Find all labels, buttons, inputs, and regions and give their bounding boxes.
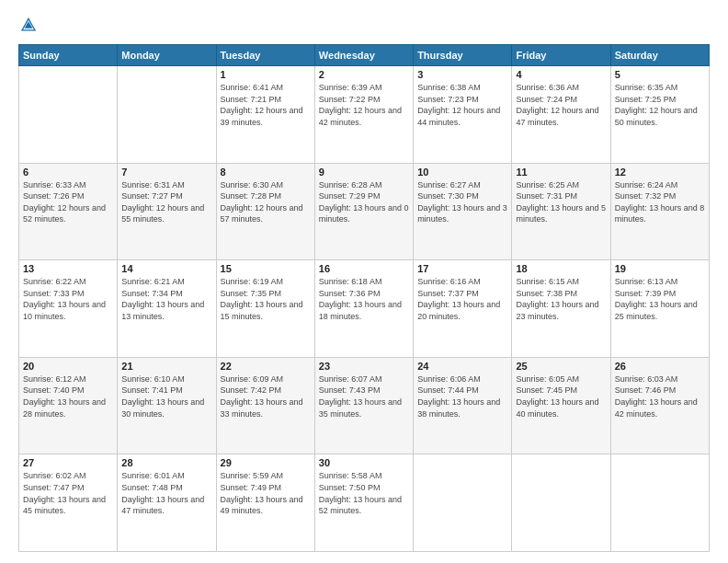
day-number: 22 <box>221 361 311 372</box>
calendar-cell <box>610 454 709 552</box>
day-number: 2 <box>319 69 409 80</box>
day-number: 21 <box>121 361 211 372</box>
day-info: Sunrise: 6:16 AM Sunset: 7:37 PM Dayligh… <box>417 276 507 322</box>
day-number: 26 <box>615 361 705 372</box>
calendar-cell: 24Sunrise: 6:06 AM Sunset: 7:44 PM Dayli… <box>414 357 512 454</box>
day-info: Sunrise: 6:25 AM Sunset: 7:31 PM Dayligh… <box>516 179 606 225</box>
day-info: Sunrise: 6:07 AM Sunset: 7:43 PM Dayligh… <box>319 373 409 419</box>
calendar-cell: 13Sunrise: 6:22 AM Sunset: 7:33 PM Dayli… <box>19 260 118 358</box>
calendar-cell: 18Sunrise: 6:15 AM Sunset: 7:38 PM Dayli… <box>512 260 610 358</box>
day-number: 15 <box>221 263 311 274</box>
logo-icon <box>18 15 39 35</box>
day-info: Sunrise: 6:28 AM Sunset: 7:29 PM Dayligh… <box>319 179 409 225</box>
calendar-cell: 28Sunrise: 6:01 AM Sunset: 7:48 PM Dayli… <box>118 454 216 552</box>
day-number: 4 <box>516 69 606 80</box>
calendar-week-1: 1Sunrise: 6:41 AM Sunset: 7:21 PM Daylig… <box>19 66 710 164</box>
day-info: Sunrise: 6:21 AM Sunset: 7:34 PM Dayligh… <box>121 276 211 322</box>
col-tuesday: Tuesday <box>216 45 314 66</box>
day-info: Sunrise: 6:24 AM Sunset: 7:32 PM Dayligh… <box>615 179 705 225</box>
calendar-cell <box>118 66 216 164</box>
day-number: 27 <box>23 457 113 468</box>
logo <box>18 15 42 35</box>
day-number: 6 <box>23 167 113 178</box>
calendar-cell: 15Sunrise: 6:19 AM Sunset: 7:35 PM Dayli… <box>216 260 314 358</box>
calendar-cell: 8Sunrise: 6:30 AM Sunset: 7:28 PM Daylig… <box>216 163 314 260</box>
day-info: Sunrise: 6:41 AM Sunset: 7:21 PM Dayligh… <box>221 82 311 128</box>
calendar-cell: 3Sunrise: 6:38 AM Sunset: 7:23 PM Daylig… <box>414 66 512 164</box>
calendar-week-4: 20Sunrise: 6:12 AM Sunset: 7:40 PM Dayli… <box>19 357 710 454</box>
day-info: Sunrise: 6:36 AM Sunset: 7:24 PM Dayligh… <box>516 82 606 128</box>
day-number: 20 <box>23 361 113 372</box>
calendar-cell <box>512 454 610 552</box>
calendar-header-row: Sunday Monday Tuesday Wednesday Thursday… <box>19 45 710 66</box>
day-number: 7 <box>121 167 211 178</box>
day-number: 9 <box>319 167 409 178</box>
day-number: 28 <box>121 457 211 468</box>
day-number: 19 <box>615 263 705 274</box>
calendar-cell: 21Sunrise: 6:10 AM Sunset: 7:41 PM Dayli… <box>118 357 216 454</box>
day-info: Sunrise: 6:35 AM Sunset: 7:25 PM Dayligh… <box>615 82 705 128</box>
calendar-week-2: 6Sunrise: 6:33 AM Sunset: 7:26 PM Daylig… <box>19 163 710 260</box>
calendar-cell <box>19 66 118 164</box>
day-info: Sunrise: 6:03 AM Sunset: 7:46 PM Dayligh… <box>615 373 705 419</box>
calendar-cell: 1Sunrise: 6:41 AM Sunset: 7:21 PM Daylig… <box>216 66 314 164</box>
day-number: 30 <box>319 457 409 468</box>
day-info: Sunrise: 5:58 AM Sunset: 7:50 PM Dayligh… <box>319 470 409 516</box>
day-info: Sunrise: 6:30 AM Sunset: 7:28 PM Dayligh… <box>221 179 311 225</box>
calendar-cell: 27Sunrise: 6:02 AM Sunset: 7:47 PM Dayli… <box>19 454 118 552</box>
calendar-cell: 16Sunrise: 6:18 AM Sunset: 7:36 PM Dayli… <box>314 260 413 358</box>
calendar-cell: 12Sunrise: 6:24 AM Sunset: 7:32 PM Dayli… <box>610 163 709 260</box>
calendar-cell: 19Sunrise: 6:13 AM Sunset: 7:39 PM Dayli… <box>610 260 709 358</box>
calendar-cell: 2Sunrise: 6:39 AM Sunset: 7:22 PM Daylig… <box>314 66 413 164</box>
calendar-cell: 6Sunrise: 6:33 AM Sunset: 7:26 PM Daylig… <box>19 163 118 260</box>
calendar-cell: 14Sunrise: 6:21 AM Sunset: 7:34 PM Dayli… <box>118 260 216 358</box>
calendar-table: Sunday Monday Tuesday Wednesday Thursday… <box>18 44 710 552</box>
calendar-cell: 29Sunrise: 5:59 AM Sunset: 7:49 PM Dayli… <box>216 454 314 552</box>
page: Sunday Monday Tuesday Wednesday Thursday… <box>0 0 728 563</box>
calendar-cell <box>414 454 512 552</box>
col-friday: Friday <box>512 45 610 66</box>
col-saturday: Saturday <box>610 45 709 66</box>
calendar-cell: 25Sunrise: 6:05 AM Sunset: 7:45 PM Dayli… <box>512 357 610 454</box>
calendar-cell: 7Sunrise: 6:31 AM Sunset: 7:27 PM Daylig… <box>118 163 216 260</box>
day-number: 3 <box>417 69 507 80</box>
calendar-cell: 10Sunrise: 6:27 AM Sunset: 7:30 PM Dayli… <box>414 163 512 260</box>
calendar-cell: 5Sunrise: 6:35 AM Sunset: 7:25 PM Daylig… <box>610 66 709 164</box>
calendar-week-5: 27Sunrise: 6:02 AM Sunset: 7:47 PM Dayli… <box>19 454 710 552</box>
day-number: 10 <box>417 167 507 178</box>
day-info: Sunrise: 6:10 AM Sunset: 7:41 PM Dayligh… <box>121 373 211 419</box>
day-info: Sunrise: 6:22 AM Sunset: 7:33 PM Dayligh… <box>23 276 113 322</box>
col-monday: Monday <box>118 45 216 66</box>
day-info: Sunrise: 6:38 AM Sunset: 7:23 PM Dayligh… <box>417 82 507 128</box>
calendar-cell: 11Sunrise: 6:25 AM Sunset: 7:31 PM Dayli… <box>512 163 610 260</box>
day-number: 11 <box>516 167 606 178</box>
col-thursday: Thursday <box>414 45 512 66</box>
day-number: 1 <box>221 69 311 80</box>
day-info: Sunrise: 6:18 AM Sunset: 7:36 PM Dayligh… <box>319 276 409 322</box>
calendar-week-3: 13Sunrise: 6:22 AM Sunset: 7:33 PM Dayli… <box>19 260 710 358</box>
day-info: Sunrise: 6:27 AM Sunset: 7:30 PM Dayligh… <box>417 179 507 225</box>
calendar-cell: 17Sunrise: 6:16 AM Sunset: 7:37 PM Dayli… <box>414 260 512 358</box>
day-number: 8 <box>221 167 311 178</box>
day-number: 25 <box>516 361 606 372</box>
day-number: 17 <box>417 263 507 274</box>
header <box>18 15 710 35</box>
calendar-cell: 9Sunrise: 6:28 AM Sunset: 7:29 PM Daylig… <box>314 163 413 260</box>
calendar-cell: 4Sunrise: 6:36 AM Sunset: 7:24 PM Daylig… <box>512 66 610 164</box>
day-number: 18 <box>516 263 606 274</box>
col-wednesday: Wednesday <box>314 45 413 66</box>
day-number: 12 <box>615 167 705 178</box>
day-info: Sunrise: 6:05 AM Sunset: 7:45 PM Dayligh… <box>516 373 606 419</box>
calendar-cell: 26Sunrise: 6:03 AM Sunset: 7:46 PM Dayli… <box>610 357 709 454</box>
day-info: Sunrise: 6:15 AM Sunset: 7:38 PM Dayligh… <box>516 276 606 322</box>
day-number: 29 <box>221 457 311 468</box>
day-number: 14 <box>121 263 211 274</box>
day-info: Sunrise: 6:13 AM Sunset: 7:39 PM Dayligh… <box>615 276 705 322</box>
day-info: Sunrise: 6:06 AM Sunset: 7:44 PM Dayligh… <box>417 373 507 419</box>
day-info: Sunrise: 5:59 AM Sunset: 7:49 PM Dayligh… <box>221 470 311 516</box>
day-number: 16 <box>319 263 409 274</box>
day-number: 23 <box>319 361 409 372</box>
day-info: Sunrise: 6:02 AM Sunset: 7:47 PM Dayligh… <box>23 470 113 516</box>
day-info: Sunrise: 6:31 AM Sunset: 7:27 PM Dayligh… <box>121 179 211 225</box>
day-info: Sunrise: 6:12 AM Sunset: 7:40 PM Dayligh… <box>23 373 113 419</box>
